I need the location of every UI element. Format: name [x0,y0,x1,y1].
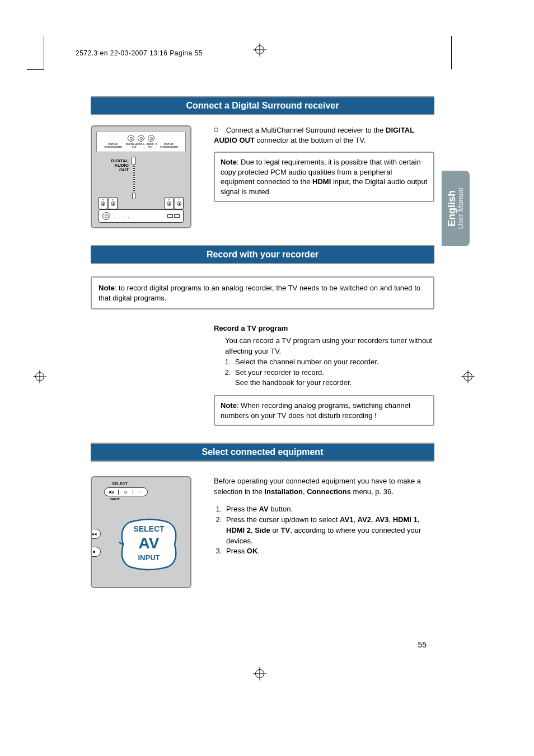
page-content: Connect a Digital Surround receiver DISP… [91,96,434,588]
receiver-dots: . . . . [114,214,130,219]
record-intro: You can record a TV program using your r… [225,336,434,357]
select-step-1: Press the AV button. [224,504,434,515]
section3-text: Before operating your connected equipmen… [214,476,434,557]
note-box-hdmi: Note: Due to legal requirements, it is p… [214,152,434,202]
select-step-2: Press the cursor up/down to select AV1, … [224,515,434,547]
registration-mark-icon [33,370,46,383]
select-label-small: SELECT [109,482,131,486]
jack-label: DISPLAY SYNCHRONIZED [157,143,181,148]
jack-icon [148,135,154,142]
zero-segment: 0 [119,490,133,495]
speakers-left [99,197,118,209]
section-1-body: DISPLAY SYNCHRONIZED DIGITAL AUDIO OUT L… [91,125,434,228]
record-step-2: Set your recorder to record. See the han… [233,368,434,389]
speaker-icon [175,197,184,209]
manual-page: 2572.3 en 22-03-2007 13:16 Pagina 55 Eng… [0,0,534,756]
section-3-body: SELECT AV 0 - INPUT ◂◂ ● SELECT [91,476,434,588]
crop-mark [44,36,44,69]
input-label-small: INPUT [109,497,121,501]
bubble-av-label: AV [119,534,179,552]
diagram-frame: DISPLAY SYNCHRONIZED DIGITAL AUDIO OUT L… [91,125,191,228]
record-heading: Record a TV program [214,324,434,332]
language-tab: English User Manual [442,171,470,246]
receiver-icon: . . . . [99,209,184,223]
callout-bubble: SELECT AV INPUT [119,516,179,572]
tv-rear-panel: DISPLAY SYNCHRONIZED DIGITAL AUDIO OUT L… [96,131,186,152]
registration-mark-icon [461,370,475,383]
speaker-icon [109,197,118,209]
jack-icon [128,135,134,142]
section2-text: Record a TV program You can record a TV … [214,324,434,426]
record-step-1: Select the channel number on your record… [233,357,434,368]
knob-icon [102,212,110,220]
crop-mark [451,36,452,69]
registration-mark-icon [253,43,266,57]
dash-segment: - [133,490,147,495]
coax-cable-icon [131,157,137,201]
language-label: English [447,188,457,229]
doc-type-label: User Manual [457,188,465,229]
jack-icon [138,135,144,142]
registration-mark-icon [253,667,266,680]
speaker-icon [99,197,107,209]
section1-text: Connect a MultiChannel Surround receiver… [214,125,434,228]
note-box-analog: Note: When recording analog programs, sw… [214,395,434,426]
section-banner-record: Record with your recorder [91,245,434,264]
record-steps: Select the channel number on your record… [225,357,434,389]
remote-frame: SELECT AV 0 - INPUT ◂◂ ● SELECT [91,476,191,588]
speaker-icon [165,197,174,209]
section-banner-select: Select connected equipment [91,443,434,462]
diagram-body: DIGITALAUDIOOUT [96,156,186,223]
print-header-line: 2572.3 en 22-03-2007 13:16 Pagina 55 [76,49,203,57]
jack-label: DISPLAY SYNCHRONIZED [101,143,125,148]
jack-label: DIGITAL AUDIO OUT [125,143,143,148]
section-banner-surround: Connect a Digital Surround receiver [91,96,434,115]
page-number: 55 [418,640,427,649]
crop-mark [27,69,44,70]
digital-audio-out-label: DIGITALAUDIOOUT [102,159,129,172]
bullet-icon [214,128,218,132]
select-step-3: Press OK. [224,546,434,557]
bubble-input-label: INPUT [119,553,179,562]
speakers-right [165,197,184,209]
surround-diagram: DISPLAY SYNCHRONIZED DIGITAL AUDIO OUT L… [91,125,214,228]
jack-label: AUDIO OUT [145,143,156,148]
av-segment: AV [105,490,119,495]
bubble-select-label: SELECT [119,524,179,533]
av-pill: AV 0 - [104,487,148,496]
select-steps: Press the AV button. Press the cursor up… [214,504,434,557]
select-intro: Before operating your connected equipmen… [214,476,434,497]
note-box-digital-record: Note: to record digital programs to an a… [91,276,434,309]
remote-diagram: SELECT AV 0 - INPUT ◂◂ ● SELECT [91,476,214,588]
rewind-button-icon: ◂◂ [91,529,101,539]
connect-instruction: Connect a MultiChannel Surround receiver… [214,125,434,145]
record-button-icon: ● [91,547,101,557]
